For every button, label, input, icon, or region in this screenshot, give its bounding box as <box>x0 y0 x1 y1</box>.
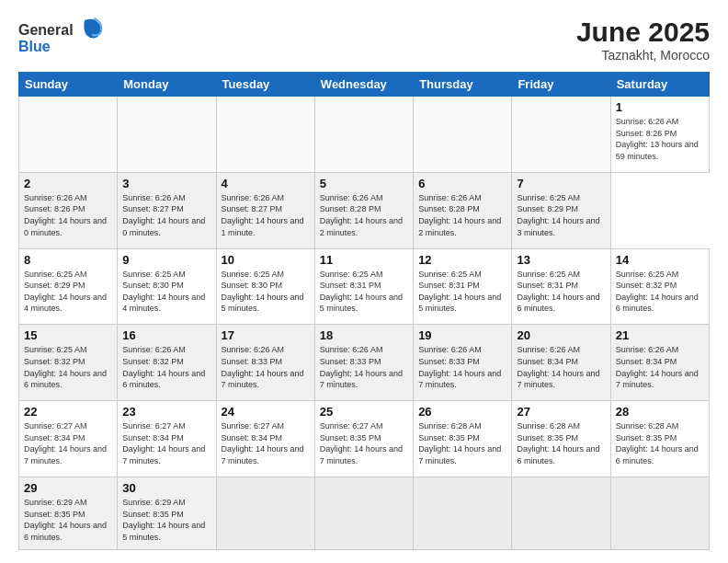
day-info: Sunrise: 6:25 AMSunset: 8:32 PMDaylight:… <box>616 269 704 315</box>
day-info: Sunrise: 6:28 AMSunset: 8:35 PMDaylight:… <box>616 420 704 466</box>
daylight-text: Daylight: 14 hours and 3 minutes. <box>517 216 599 237</box>
calendar-cell <box>610 477 709 549</box>
day-number: 2 <box>24 177 112 190</box>
sunrise-text: Sunrise: 6:27 AM <box>222 421 285 431</box>
day-number: 21 <box>616 328 704 342</box>
day-info: Sunrise: 6:27 AMSunset: 8:34 PMDaylight:… <box>122 420 210 466</box>
sunrise-text: Sunrise: 6:25 AM <box>122 270 186 279</box>
calendar-cell: 27Sunrise: 6:28 AMSunset: 8:35 PMDayligh… <box>512 401 610 477</box>
month-title: June 2025 <box>576 17 710 48</box>
daylight-text: Daylight: 14 hours and 7 minutes. <box>222 369 304 390</box>
daylight-text: Daylight: 14 hours and 6 minutes. <box>24 521 107 542</box>
day-number: 5 <box>320 177 408 190</box>
calendar-cell: 9Sunrise: 6:25 AMSunset: 8:30 PMDaylight… <box>118 248 216 325</box>
sunrise-text: Sunrise: 6:26 AM <box>24 193 87 202</box>
day-number: 15 <box>24 328 112 342</box>
daylight-text: Daylight: 14 hours and 7 minutes. <box>122 444 205 465</box>
sunrise-text: Sunrise: 6:26 AM <box>122 193 186 202</box>
daylight-text: Daylight: 14 hours and 2 minutes. <box>320 216 403 237</box>
calendar-cell <box>314 477 413 549</box>
logo-svg: General Blue <box>18 17 129 57</box>
day-number: 14 <box>616 253 704 267</box>
day-number: 8 <box>24 253 112 267</box>
daylight-text: Daylight: 13 hours and 59 minutes. <box>616 140 699 161</box>
sunset-text: Sunset: 8:33 PM <box>418 357 480 366</box>
sunset-text: Sunset: 8:32 PM <box>616 281 677 290</box>
day-number: 29 <box>24 481 112 495</box>
svg-text:General: General <box>18 22 74 38</box>
daylight-text: Daylight: 14 hours and 5 minutes. <box>320 293 403 314</box>
day-info: Sunrise: 6:25 AMSunset: 8:32 PMDaylight:… <box>24 344 112 390</box>
daylight-text: Daylight: 14 hours and 7 minutes. <box>222 444 304 465</box>
sunrise-text: Sunrise: 6:26 AM <box>222 193 285 202</box>
calendar-cell: 14Sunrise: 6:25 AMSunset: 8:32 PMDayligh… <box>610 248 709 325</box>
calendar-cell: 2Sunrise: 6:26 AMSunset: 8:26 PMDaylight… <box>19 172 118 248</box>
sunrise-text: Sunrise: 6:29 AM <box>24 498 87 507</box>
calendar-cell <box>19 97 118 173</box>
day-info: Sunrise: 6:26 AMSunset: 8:27 PMDaylight:… <box>122 192 210 238</box>
day-number: 7 <box>517 177 605 190</box>
sunset-text: Sunset: 8:29 PM <box>24 281 85 290</box>
sunset-text: Sunset: 8:32 PM <box>24 357 85 366</box>
day-number: 1 <box>616 100 704 114</box>
sunrise-text: Sunrise: 6:29 AM <box>122 498 186 507</box>
calendar-cell <box>512 477 610 549</box>
header-saturday: Saturday <box>610 73 709 97</box>
sunrise-text: Sunrise: 6:25 AM <box>24 270 87 279</box>
day-info: Sunrise: 6:28 AMSunset: 8:35 PMDaylight:… <box>418 420 506 466</box>
day-number: 27 <box>517 405 605 419</box>
day-number: 16 <box>122 328 210 342</box>
calendar-cell: 16Sunrise: 6:26 AMSunset: 8:32 PMDayligh… <box>118 325 216 401</box>
sunset-text: Sunset: 8:35 PM <box>122 510 184 519</box>
sunset-text: Sunset: 8:26 PM <box>24 204 85 213</box>
sunrise-text: Sunrise: 6:26 AM <box>616 117 679 126</box>
sunset-text: Sunset: 8:27 PM <box>122 204 184 213</box>
calendar-cell <box>414 97 512 173</box>
day-number: 9 <box>122 253 210 267</box>
sunrise-text: Sunrise: 6:27 AM <box>320 421 383 431</box>
weekday-header-row: Sunday Monday Tuesday Wednesday Thursday… <box>19 73 710 97</box>
daylight-text: Daylight: 14 hours and 5 minutes. <box>222 293 304 314</box>
sunset-text: Sunset: 8:34 PM <box>222 433 283 442</box>
calendar-cell: 5Sunrise: 6:26 AMSunset: 8:28 PMDaylight… <box>314 172 413 248</box>
sunrise-text: Sunrise: 6:25 AM <box>616 270 679 279</box>
location-title: Taznakht, Morocco <box>576 48 710 63</box>
calendar-cell: 17Sunrise: 6:26 AMSunset: 8:33 PMDayligh… <box>216 325 314 401</box>
day-number: 6 <box>418 177 506 190</box>
sunset-text: Sunset: 8:34 PM <box>122 433 184 442</box>
calendar-row-0: 1Sunrise: 6:26 AMSunset: 8:26 PMDaylight… <box>19 97 710 173</box>
calendar-cell: 15Sunrise: 6:25 AMSunset: 8:32 PMDayligh… <box>19 325 118 401</box>
calendar-cell: 29Sunrise: 6:29 AMSunset: 8:35 PMDayligh… <box>19 477 118 549</box>
calendar-cell: 6Sunrise: 6:26 AMSunset: 8:28 PMDaylight… <box>414 172 512 248</box>
calendar-cell: 13Sunrise: 6:25 AMSunset: 8:31 PMDayligh… <box>512 248 610 325</box>
daylight-text: Daylight: 14 hours and 7 minutes. <box>320 444 403 465</box>
calendar-cell <box>314 97 413 173</box>
daylight-text: Daylight: 14 hours and 4 minutes. <box>24 293 107 314</box>
sunrise-text: Sunrise: 6:26 AM <box>222 345 285 354</box>
day-number: 22 <box>24 405 112 419</box>
sunset-text: Sunset: 8:27 PM <box>222 204 283 213</box>
day-info: Sunrise: 6:25 AMSunset: 8:31 PMDaylight:… <box>320 269 408 315</box>
day-info: Sunrise: 6:25 AMSunset: 8:31 PMDaylight:… <box>517 269 605 315</box>
calendar-table: Sunday Monday Tuesday Wednesday Thursday… <box>18 72 710 550</box>
calendar-row-5: 29Sunrise: 6:29 AMSunset: 8:35 PMDayligh… <box>19 477 710 549</box>
daylight-text: Daylight: 14 hours and 6 minutes. <box>616 444 699 465</box>
calendar-cell: 25Sunrise: 6:27 AMSunset: 8:35 PMDayligh… <box>314 401 413 477</box>
daylight-text: Daylight: 14 hours and 0 minutes. <box>122 216 205 237</box>
day-info: Sunrise: 6:26 AMSunset: 8:27 PMDaylight:… <box>222 192 310 238</box>
sunset-text: Sunset: 8:35 PM <box>24 510 85 519</box>
day-info: Sunrise: 6:25 AMSunset: 8:30 PMDaylight:… <box>122 269 210 315</box>
day-info: Sunrise: 6:27 AMSunset: 8:34 PMDaylight:… <box>24 420 112 466</box>
day-number: 10 <box>222 253 310 267</box>
day-number: 26 <box>418 405 506 419</box>
calendar-cell: 7Sunrise: 6:25 AMSunset: 8:29 PMDaylight… <box>512 172 610 248</box>
day-info: Sunrise: 6:26 AMSunset: 8:33 PMDaylight:… <box>418 344 506 390</box>
calendar-cell: 30Sunrise: 6:29 AMSunset: 8:35 PMDayligh… <box>118 477 216 549</box>
day-number: 3 <box>122 177 210 190</box>
sunset-text: Sunset: 8:31 PM <box>320 281 381 290</box>
header-tuesday: Tuesday <box>216 73 314 97</box>
calendar-cell: 19Sunrise: 6:26 AMSunset: 8:33 PMDayligh… <box>414 325 512 401</box>
calendar-cell <box>216 97 314 173</box>
sunset-text: Sunset: 8:32 PM <box>122 357 184 366</box>
sunset-text: Sunset: 8:28 PM <box>418 204 480 213</box>
